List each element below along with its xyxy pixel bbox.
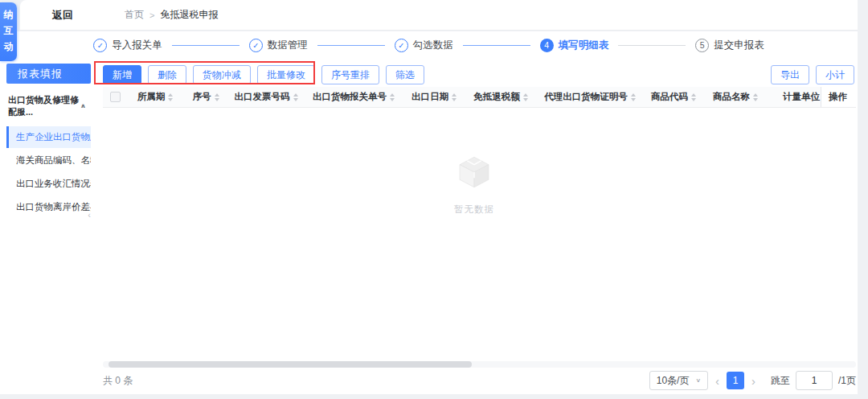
column-header-period[interactable]: 所属期 [127, 91, 183, 103]
sort-icons [390, 93, 395, 101]
back-button[interactable]: 返回 [52, 8, 73, 23]
sort-icons [452, 93, 457, 101]
check-icon: ✓ [249, 39, 263, 52]
sidebar-item-customs-commodity-codes[interactable]: 海关商品编码、名称... [6, 150, 91, 171]
caret-up-icon: ∧ [80, 103, 86, 109]
batch-edit-button[interactable]: 批量修改 [257, 65, 315, 84]
total-count: 共 0 条 [103, 374, 133, 388]
table-footer: 共 0 条 10条/页 ∨ ‹ 1 › 跳至 /1页 [103, 370, 856, 391]
sidebar-items: 生产企业出口货物及... 海关商品编码、名称... 出口业务收汇情况表 出口货物… [6, 126, 91, 218]
empty-state: 暂无数据 [454, 154, 494, 216]
sort-icons [753, 93, 758, 101]
table-header: 所属期 序号 出口发票号码 出口货物报关单号 出口日期 [103, 87, 856, 108]
step-connector [463, 45, 530, 46]
check-icon: ✓ [93, 39, 107, 52]
sort-icons [215, 93, 219, 101]
content-row: 报表填报 出口货物及修理修配服... ∧ 生产企业出口货物及... 海关商品编码… [0, 59, 858, 394]
prev-page-button[interactable]: ‹ [715, 375, 719, 387]
sort-icons [691, 93, 696, 101]
sidebar-group-toggle[interactable]: 出口货物及修理修配服... ∧ [6, 94, 91, 118]
step-import-declaration[interactable]: ✓ 导入报关单 [93, 39, 162, 52]
column-header-seq-no[interactable]: 序号 [183, 91, 228, 103]
select-all-checkbox[interactable] [110, 92, 121, 102]
toolbar-right: 导出 小计 [764, 65, 854, 84]
column-header-tax-refund-amount[interactable]: 免抵退税额 [465, 91, 537, 103]
step-number: 4 [540, 39, 554, 52]
step-number: 5 [695, 39, 709, 52]
jump-page-input[interactable] [796, 371, 833, 390]
export-button[interactable]: 导出 [771, 65, 809, 84]
empty-box-icon [456, 154, 493, 191]
select-all-cell [103, 92, 127, 102]
subtotal-button[interactable]: 小计 [816, 65, 854, 84]
sort-icons [168, 93, 173, 101]
sidebar-title: 报表填报 [6, 64, 91, 84]
column-header-commodity-name[interactable]: 商品名称 [704, 91, 767, 103]
stepper: ✓ 导入报关单 ✓ 数据管理 ✓ 勾选数据 4 填写明细表 5 提交申报表 [0, 31, 858, 59]
side-tab-char: 互 [4, 24, 14, 38]
add-button[interactable]: 新增 [103, 65, 141, 84]
page-size-select[interactable]: 10条/页 ∨ [649, 371, 708, 390]
main-panel: 新增 删除 货物冲减 批量修改 序号重排 筛选 导出 小计 所属期 [91, 59, 858, 394]
step-fill-detail-form[interactable]: 4 填写明细表 [540, 39, 609, 52]
column-header-agent-export-cert-no[interactable]: 代理出口货物证明号 [537, 91, 643, 103]
toolbar: 新增 删除 货物冲减 批量修改 序号重排 筛选 导出 小计 [103, 65, 856, 84]
column-header-export-date[interactable]: 出口日期 [403, 91, 465, 103]
column-header-customs-declaration-no[interactable]: 出口货物报关单号 [304, 91, 403, 103]
topbar: 返回 首页 > 免抵退税申报 [20, 0, 858, 31]
sidebar-item-production-export-goods[interactable]: 生产企业出口货物及... [6, 126, 91, 148]
filter-button[interactable]: 筛选 [386, 65, 424, 84]
tax-interaction-side-tab[interactable]: 纳 互 动 [0, 2, 17, 61]
reorder-button[interactable]: 序号重排 [321, 65, 379, 84]
check-icon: ✓ [395, 39, 408, 52]
column-header-export-invoice-no[interactable]: 出口发票号码 [228, 91, 304, 103]
step-connector [317, 45, 385, 46]
total-pages: /1页 [838, 374, 856, 388]
step-submit-declaration[interactable]: 5 提交申报表 [695, 39, 764, 52]
step-connector [618, 45, 686, 46]
empty-text: 暂无数据 [454, 204, 494, 216]
side-tab-char: 动 [4, 40, 14, 54]
side-tab-char: 纳 [4, 8, 14, 22]
breadcrumb-current: 免抵退税申报 [160, 8, 218, 22]
chevron-down-icon: ∨ [695, 377, 701, 384]
breadcrumb: 首页 > 免抵退税申报 [125, 8, 218, 22]
main-surface: ✓ 导入报关单 ✓ 数据管理 ✓ 勾选数据 4 填写明细表 5 提交申报表 报表… [0, 31, 858, 394]
breadcrumb-separator: > [149, 10, 154, 20]
step-select-data[interactable]: ✓ 勾选数据 [395, 39, 453, 52]
sort-icons [631, 93, 636, 101]
step-connector [172, 45, 240, 46]
page-1-button[interactable]: 1 [727, 372, 744, 389]
sidebar-item-export-forex-receipts[interactable]: 出口业务收汇情况表 [6, 173, 91, 195]
horizontal-scrollbar[interactable] [103, 361, 856, 368]
sidebar: 报表填报 出口货物及修理修配服... ∧ 生产企业出口货物及... 海关商品编码… [0, 59, 91, 394]
pagination: 10条/页 ∨ ‹ 1 › 跳至 /1页 [649, 371, 856, 390]
next-page-button[interactable]: › [751, 375, 755, 387]
sort-icons [293, 93, 298, 101]
jump-label: 跳至 [771, 374, 790, 388]
column-header-commodity-code[interactable]: 商品代码 [643, 91, 704, 103]
delete-button[interactable]: 删除 [148, 65, 186, 84]
sort-icons [523, 93, 528, 101]
step-data-management[interactable]: ✓ 数据管理 [249, 39, 308, 52]
horizontal-scrollbar-thumb[interactable] [108, 361, 472, 368]
breadcrumb-home[interactable]: 首页 [125, 8, 144, 22]
sidebar-item-fob-price-difference[interactable]: 出口货物离岸价差异... [6, 196, 91, 218]
column-header-operation: 操作 [821, 87, 856, 107]
goods-offset-button[interactable]: 货物冲减 [193, 65, 251, 84]
